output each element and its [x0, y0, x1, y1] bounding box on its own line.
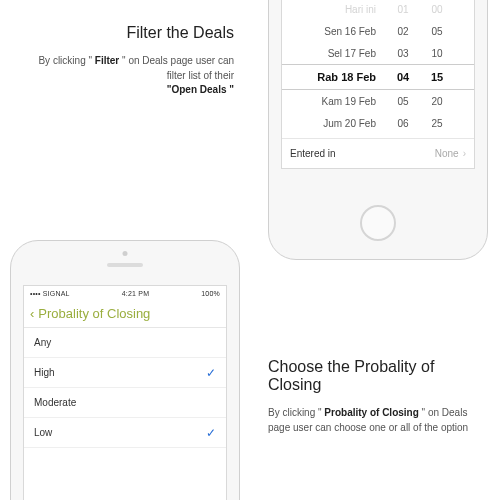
- option-label: High: [34, 367, 55, 378]
- status-battery: 100%: [201, 290, 220, 297]
- picker-row[interactable]: Sab 21 Feb 07 30: [282, 134, 474, 138]
- home-button[interactable]: [360, 205, 396, 241]
- option-label: Moderate: [34, 397, 76, 408]
- chevron-right-icon: ›: [463, 148, 466, 159]
- picker-min: 10: [420, 48, 454, 59]
- option-low[interactable]: Low ✓: [24, 418, 226, 448]
- picker-hour: 04: [386, 71, 420, 83]
- option-moderate[interactable]: Moderate: [24, 388, 226, 418]
- picker-hour: 03: [386, 48, 420, 59]
- picker-row[interactable]: Jum 20 Feb 06 25: [282, 112, 474, 134]
- section2-title: Choose the Probality of Closing: [268, 358, 478, 394]
- section1-body: By clicking " Filter " on Deals page use…: [34, 54, 234, 98]
- picker-row[interactable]: Sen 16 Feb 02 05: [282, 20, 474, 42]
- picker-row[interactable]: Sel 17 Feb 03 10: [282, 42, 474, 64]
- status-time: 4:21 PM: [70, 290, 202, 297]
- phone-camera: [123, 251, 128, 256]
- picker-day: Sen 16 Feb: [292, 26, 386, 37]
- section1-body-a: By clicking ": [38, 55, 92, 66]
- picker-day: Jum 20 Feb: [292, 118, 386, 129]
- phone1-screen: To Do Rabu 18 February 2015 Hari ini 01 …: [281, 0, 475, 169]
- picker-day: Hari ini: [292, 4, 386, 15]
- phone-speaker: [107, 263, 143, 267]
- entered-in-value: None: [435, 148, 459, 159]
- picker-min: 05: [420, 26, 454, 37]
- option-label: Any: [34, 337, 51, 348]
- date-picker[interactable]: Hari ini 01 00 Sen 16 Feb 02 05 Sel 17 F…: [282, 0, 474, 138]
- status-bar: •••• SIGNAL 4:21 PM 100%: [24, 286, 226, 300]
- picker-min: 20: [420, 96, 454, 107]
- nav-title: Probality of Closing: [38, 306, 150, 321]
- picker-hour: 05: [386, 96, 420, 107]
- phone2-screen: •••• SIGNAL 4:21 PM 100% ‹ Probality of …: [23, 285, 227, 500]
- section1-bold-b: "Open Deals ": [167, 84, 234, 95]
- picker-hour: 01: [386, 4, 420, 15]
- option-high[interactable]: High ✓: [24, 358, 226, 388]
- section2-body-a: By clicking ": [268, 407, 322, 418]
- picker-hour: 06: [386, 118, 420, 129]
- picker-row[interactable]: Kam 19 Feb 05 20: [282, 90, 474, 112]
- section1-body-b: " on Deals page user can filter list of …: [122, 55, 234, 81]
- entered-in-label: Entered in: [290, 148, 336, 159]
- phone-probability-closing: •••• SIGNAL 4:21 PM 100% ‹ Probality of …: [10, 240, 240, 500]
- picker-day: Kam 19 Feb: [292, 96, 386, 107]
- phone-filter-deals: To Do Rabu 18 February 2015 Hari ini 01 …: [268, 0, 488, 260]
- picker-row-selected[interactable]: Rab 18 Feb 04 15: [282, 64, 474, 90]
- entered-in-row[interactable]: Entered in None ›: [282, 138, 474, 168]
- picker-min: 15: [420, 71, 454, 83]
- nav-bar: ‹ Probality of Closing: [24, 300, 226, 328]
- option-any[interactable]: Any: [24, 328, 226, 358]
- picker-hour: 02: [386, 26, 420, 37]
- section1-title: Filter the Deals: [34, 24, 234, 42]
- section2-bold-a: Probality of Closing: [322, 407, 422, 418]
- section1-bold-a: Filter: [92, 55, 122, 66]
- picker-row[interactable]: Hari ini 01 00: [282, 0, 474, 20]
- picker-day: Rab 18 Feb: [292, 71, 386, 83]
- picker-day: Sel 17 Feb: [292, 48, 386, 59]
- checkmark-icon: ✓: [206, 366, 216, 380]
- checkmark-icon: ✓: [206, 426, 216, 440]
- option-label: Low: [34, 427, 52, 438]
- section2-body: By clicking " Probality of Closing " on …: [268, 406, 478, 435]
- picker-min: 25: [420, 118, 454, 129]
- picker-min: 00: [420, 4, 454, 15]
- back-chevron-icon[interactable]: ‹: [30, 306, 34, 321]
- status-signal: •••• SIGNAL: [30, 290, 70, 297]
